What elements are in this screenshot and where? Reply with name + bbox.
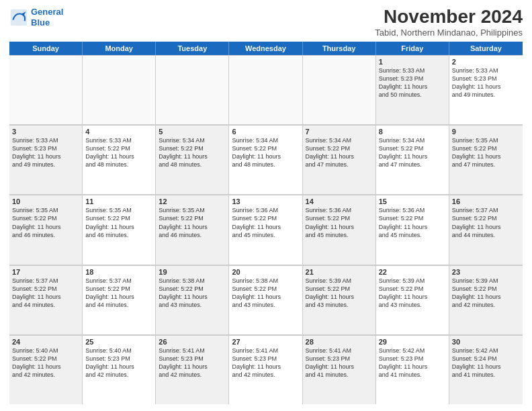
day-detail: Sunrise: 5:35 AM Sunset: 5:22 PM Dayligh… xyxy=(85,206,152,239)
day-number: 20 xyxy=(232,268,299,276)
day-number: 13 xyxy=(232,197,299,205)
day-detail: Sunrise: 5:41 AM Sunset: 5:23 PM Dayligh… xyxy=(159,347,226,379)
day-detail: Sunrise: 5:35 AM Sunset: 5:22 PM Dayligh… xyxy=(12,206,79,239)
day-number: 24 xyxy=(12,338,79,346)
day-detail: Sunrise: 5:34 AM Sunset: 5:22 PM Dayligh… xyxy=(232,136,299,169)
day-detail: Sunrise: 5:35 AM Sunset: 5:22 PM Dayligh… xyxy=(159,206,226,239)
calendar-cell: 30Sunrise: 5:42 AM Sunset: 5:24 PM Dayli… xyxy=(449,335,523,404)
title-block: November 2024 Tabid, Northern Mindanao, … xyxy=(375,7,523,38)
calendar-cell: 12Sunrise: 5:35 AM Sunset: 5:22 PM Dayli… xyxy=(156,195,229,264)
day-number: 4 xyxy=(85,128,152,136)
day-detail: Sunrise: 5:41 AM Sunset: 5:23 PM Dayligh… xyxy=(232,347,299,379)
calendar-cell: 21Sunrise: 5:39 AM Sunset: 5:22 PM Dayli… xyxy=(303,265,376,334)
day-detail: Sunrise: 5:39 AM Sunset: 5:22 PM Dayligh… xyxy=(306,277,373,310)
calendar-cell: 5Sunrise: 5:34 AM Sunset: 5:22 PM Daylig… xyxy=(156,125,229,194)
calendar-cell: 23Sunrise: 5:39 AM Sunset: 5:22 PM Dayli… xyxy=(449,265,523,334)
calendar-cell: 16Sunrise: 5:37 AM Sunset: 5:22 PM Dayli… xyxy=(449,195,523,264)
calendar-cell: 7Sunrise: 5:34 AM Sunset: 5:22 PM Daylig… xyxy=(303,125,376,194)
day-detail: Sunrise: 5:34 AM Sunset: 5:22 PM Dayligh… xyxy=(159,136,226,169)
calendar-cell: 14Sunrise: 5:36 AM Sunset: 5:22 PM Dayli… xyxy=(303,195,376,264)
weekday-header-monday: Monday xyxy=(83,42,156,55)
page: General Blue November 2024 Tabid, Northe… xyxy=(0,0,532,411)
day-number: 17 xyxy=(12,268,79,276)
calendar-header: SundayMondayTuesdayWednesdayThursdayFrid… xyxy=(9,42,523,55)
weekday-header-sunday: Sunday xyxy=(9,42,83,55)
calendar-cell: 1Sunrise: 5:33 AM Sunset: 5:23 PM Daylig… xyxy=(376,55,449,124)
calendar-cell: 17Sunrise: 5:37 AM Sunset: 5:22 PM Dayli… xyxy=(9,265,83,334)
day-number: 25 xyxy=(85,338,152,346)
weekday-header-thursday: Thursday xyxy=(303,42,376,55)
day-number: 2 xyxy=(452,58,520,66)
calendar-cell: 2Sunrise: 5:33 AM Sunset: 5:23 PM Daylig… xyxy=(449,55,523,124)
day-number: 14 xyxy=(306,197,373,205)
day-number: 10 xyxy=(12,197,79,205)
calendar-cell xyxy=(9,55,83,124)
calendar-cell: 29Sunrise: 5:42 AM Sunset: 5:23 PM Dayli… xyxy=(376,335,449,404)
weekday-header-friday: Friday xyxy=(376,42,449,55)
calendar-cell: 9Sunrise: 5:35 AM Sunset: 5:22 PM Daylig… xyxy=(449,125,523,194)
day-number: 12 xyxy=(159,197,226,205)
day-number: 18 xyxy=(85,268,152,276)
day-detail: Sunrise: 5:38 AM Sunset: 5:22 PM Dayligh… xyxy=(232,277,299,310)
calendar-cell: 6Sunrise: 5:34 AM Sunset: 5:22 PM Daylig… xyxy=(229,125,302,194)
calendar-row-3: 10Sunrise: 5:35 AM Sunset: 5:22 PM Dayli… xyxy=(9,195,523,265)
day-number: 8 xyxy=(379,128,446,136)
calendar-cell: 11Sunrise: 5:35 AM Sunset: 5:22 PM Dayli… xyxy=(83,195,156,264)
day-detail: Sunrise: 5:36 AM Sunset: 5:22 PM Dayligh… xyxy=(379,206,446,239)
day-number: 15 xyxy=(379,197,446,205)
calendar-cell: 24Sunrise: 5:40 AM Sunset: 5:22 PM Dayli… xyxy=(9,335,83,404)
calendar-body: 1Sunrise: 5:33 AM Sunset: 5:23 PM Daylig… xyxy=(9,55,523,404)
day-detail: Sunrise: 5:39 AM Sunset: 5:22 PM Dayligh… xyxy=(452,277,520,310)
calendar-row-4: 17Sunrise: 5:37 AM Sunset: 5:22 PM Dayli… xyxy=(9,265,523,335)
weekday-header-wednesday: Wednesday xyxy=(229,42,302,55)
calendar-cell: 28Sunrise: 5:41 AM Sunset: 5:23 PM Dayli… xyxy=(303,335,376,404)
calendar-cell: 20Sunrise: 5:38 AM Sunset: 5:22 PM Dayli… xyxy=(229,265,302,334)
calendar-cell xyxy=(303,55,376,124)
logo-blue: Blue xyxy=(31,17,50,28)
day-number: 11 xyxy=(85,197,152,205)
day-detail: Sunrise: 5:40 AM Sunset: 5:22 PM Dayligh… xyxy=(12,347,79,379)
day-number: 9 xyxy=(452,128,520,136)
day-number: 21 xyxy=(306,268,373,276)
day-detail: Sunrise: 5:37 AM Sunset: 5:22 PM Dayligh… xyxy=(452,206,520,239)
calendar-row-5: 24Sunrise: 5:40 AM Sunset: 5:22 PM Dayli… xyxy=(9,335,523,404)
header: General Blue November 2024 Tabid, Northe… xyxy=(9,7,523,38)
day-number: 16 xyxy=(452,197,520,205)
day-detail: Sunrise: 5:38 AM Sunset: 5:22 PM Dayligh… xyxy=(159,277,226,310)
day-detail: Sunrise: 5:34 AM Sunset: 5:22 PM Dayligh… xyxy=(379,136,446,169)
day-number: 6 xyxy=(232,128,299,136)
calendar-cell: 27Sunrise: 5:41 AM Sunset: 5:23 PM Dayli… xyxy=(229,335,302,404)
day-number: 7 xyxy=(306,128,373,136)
day-detail: Sunrise: 5:36 AM Sunset: 5:22 PM Dayligh… xyxy=(306,206,373,239)
day-detail: Sunrise: 5:33 AM Sunset: 5:23 PM Dayligh… xyxy=(452,66,520,99)
calendar-cell: 15Sunrise: 5:36 AM Sunset: 5:22 PM Dayli… xyxy=(376,195,449,264)
day-detail: Sunrise: 5:37 AM Sunset: 5:22 PM Dayligh… xyxy=(85,277,152,310)
calendar-cell: 3Sunrise: 5:33 AM Sunset: 5:23 PM Daylig… xyxy=(9,125,83,194)
calendar-cell xyxy=(229,55,302,124)
day-detail: Sunrise: 5:41 AM Sunset: 5:23 PM Dayligh… xyxy=(306,347,373,379)
day-detail: Sunrise: 5:39 AM Sunset: 5:22 PM Dayligh… xyxy=(379,277,446,310)
day-detail: Sunrise: 5:37 AM Sunset: 5:22 PM Dayligh… xyxy=(12,277,79,310)
day-number: 19 xyxy=(159,268,226,276)
calendar-cell: 22Sunrise: 5:39 AM Sunset: 5:22 PM Dayli… xyxy=(376,265,449,334)
logo: General Blue xyxy=(9,7,63,28)
day-number: 27 xyxy=(232,338,299,346)
day-detail: Sunrise: 5:36 AM Sunset: 5:22 PM Dayligh… xyxy=(232,206,299,239)
day-detail: Sunrise: 5:34 AM Sunset: 5:22 PM Dayligh… xyxy=(306,136,373,169)
day-detail: Sunrise: 5:35 AM Sunset: 5:22 PM Dayligh… xyxy=(452,136,520,169)
calendar: SundayMondayTuesdayWednesdayThursdayFrid… xyxy=(9,42,523,404)
calendar-cell: 26Sunrise: 5:41 AM Sunset: 5:23 PM Dayli… xyxy=(156,335,229,404)
calendar-cell xyxy=(83,55,156,124)
logo-general: General xyxy=(31,7,63,17)
day-detail: Sunrise: 5:33 AM Sunset: 5:23 PM Dayligh… xyxy=(379,66,446,99)
calendar-cell: 8Sunrise: 5:34 AM Sunset: 5:22 PM Daylig… xyxy=(376,125,449,194)
day-number: 26 xyxy=(159,338,226,346)
location: Tabid, Northern Mindanao, Philippines xyxy=(375,28,523,38)
calendar-cell: 18Sunrise: 5:37 AM Sunset: 5:22 PM Dayli… xyxy=(83,265,156,334)
day-detail: Sunrise: 5:33 AM Sunset: 5:23 PM Dayligh… xyxy=(12,136,79,169)
calendar-cell: 25Sunrise: 5:40 AM Sunset: 5:23 PM Dayli… xyxy=(83,335,156,404)
day-number: 3 xyxy=(12,128,79,136)
day-number: 1 xyxy=(379,58,446,66)
calendar-cell: 19Sunrise: 5:38 AM Sunset: 5:22 PM Dayli… xyxy=(156,265,229,334)
calendar-cell: 10Sunrise: 5:35 AM Sunset: 5:22 PM Dayli… xyxy=(9,195,83,264)
